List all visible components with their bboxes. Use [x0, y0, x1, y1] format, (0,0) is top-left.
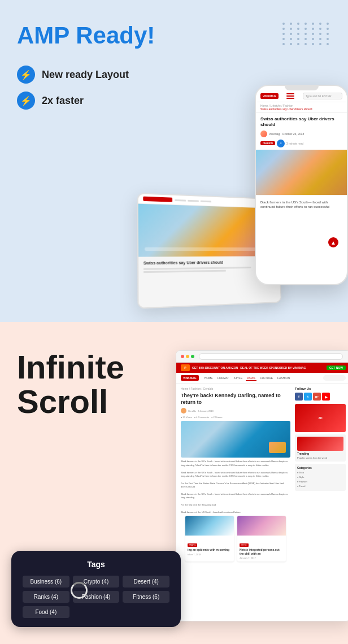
infinite-title: Infinite Scroll	[17, 350, 158, 419]
devices-container: Swiss authorities say Uber drivers shoul…	[139, 85, 348, 322]
article-date: October 26, 2018	[282, 132, 304, 136]
phone-logo: VINKMAG	[260, 93, 279, 99]
dot-decoration: (function() { const dg = document.queryS…	[282, 23, 331, 45]
article-stats: ● 23 Views ● 4 Comments ● 2 Shares	[181, 416, 290, 419]
promo-cta-button[interactable]: GET NOW	[327, 365, 346, 370]
article-heading: They're back! Kennedy Darling, named to …	[181, 393, 290, 406]
promo-icon: P	[181, 364, 190, 371]
lightning-icon-1: ⚡	[17, 66, 35, 84]
browser-body: P GET 50% DISCOUNT ON AMAZON DEAL OF THE…	[176, 363, 348, 620]
sidebar-categories-list: ● Tech ● Style ● Fashion ● Travel	[297, 471, 343, 489]
browser-minimize-dot	[186, 355, 189, 358]
amp-section: (function() { const dg = document.queryS…	[0, 0, 348, 322]
googleplus-icon[interactable]: g+	[313, 393, 321, 401]
author-name: Vinkmag	[269, 132, 280, 136]
card-image-2	[237, 516, 286, 536]
infinite-section: Infinite Scroll P GET 50% DISCOUNT ON AM…	[0, 322, 348, 644]
twitter-icon[interactable]: t	[304, 393, 312, 401]
sidebar-thumb-1	[297, 437, 343, 451]
tags-title: Tags	[23, 560, 169, 569]
card-date-2: January 7, 2017	[240, 556, 284, 559]
lightning-icon-2: ⚡	[17, 92, 35, 110]
promo-banner: P GET 50% DISCOUNT ON AMAZON DEAL OF THE…	[176, 363, 348, 373]
phone-notch	[285, 86, 319, 90]
article-sidebar: Follow Us f t g+ ▶ AD Trending Popular s…	[295, 387, 346, 565]
article-date: 3 January 2018	[198, 410, 214, 412]
card-tag-2[interactable]: STYLE	[240, 543, 249, 547]
nav-paris[interactable]: PARIS	[246, 376, 256, 381]
browser-chrome	[176, 351, 348, 363]
browser-mockup: P GET 50% DISCOUNT ON AMAZON DEAL OF THE…	[176, 350, 348, 621]
social-icons: f t g+ ▶	[295, 393, 346, 401]
stat-comments: ● 4 Comments	[194, 416, 209, 419]
article-area: Home / Fashion / Geraldo They're back! K…	[176, 384, 348, 568]
phone-fashion-tag[interactable]: FASHION	[260, 141, 275, 145]
site-logo[interactable]: VINKMAG	[181, 375, 199, 381]
feature-label-2: 2x faster	[42, 95, 84, 107]
phone-read-time: 3 minute read	[286, 142, 304, 145]
stat-views: ● 23 Views	[181, 416, 192, 419]
phone-share-icon[interactable]: ↗	[277, 140, 285, 147]
phone-screen: VINKMAG Type and hit ENTER Home / Lifest…	[256, 90, 347, 284]
card-tag-1[interactable]: TRAVEL	[188, 543, 197, 547]
nav-fashion[interactable]: FASHION	[276, 376, 291, 381]
article-author: Geraldo	[188, 410, 196, 412]
sidebar-card-title-1: Trending	[297, 452, 343, 455]
phone-author-avatar	[260, 130, 267, 137]
browser-url-bar[interactable]	[199, 353, 343, 360]
article-card-2: STYLE Netcix integrated persona out the …	[237, 516, 286, 562]
article-card-1: TRAVEL ing an epidemic with m coming tob…	[185, 516, 234, 562]
card-title-1: ing an epidemic with m coming	[188, 548, 232, 552]
loading-spinner	[71, 582, 88, 599]
card-image-1	[185, 516, 234, 536]
nav-home[interactable]: HOME	[203, 376, 214, 381]
phone-hero-image	[256, 150, 347, 195]
sidebar-categories-title: Categories	[297, 466, 343, 469]
browser-maximize-dot	[191, 355, 194, 358]
phone-bottom-text: Black farmers in the US's South— faced w…	[256, 195, 347, 212]
article-main: Home / Fashion / Geraldo They're back! K…	[181, 387, 290, 565]
article-cards: TRAVEL ing an epidemic with m coming tob…	[181, 516, 290, 562]
breadcrumb-active: Swiss authorities say Uber drivers shoul…	[260, 107, 312, 111]
promo-text: GET 50% DISCOUNT ON AMAZON	[192, 366, 238, 369]
feature-item-layout: ⚡ New ready Layout	[17, 66, 331, 84]
article-avatar	[181, 408, 186, 414]
nav-culture[interactable]: CULTURE	[259, 376, 274, 381]
phone-search-bar[interactable]: Type and hit ENTER	[303, 93, 342, 99]
tag-item[interactable]: Food (4)	[23, 606, 69, 618]
browser-close-dot	[181, 355, 184, 358]
stat-shares: ● 2 Shares	[211, 416, 223, 419]
site-nav: VINKMAG HOME FORMAT STYLE PARIS CULTURE …	[176, 373, 348, 384]
nav-style[interactable]: STYLE	[232, 376, 243, 381]
menu-icon[interactable]	[286, 93, 294, 99]
phone-mockup: VINKMAG Type and hit ENTER Home / Lifest…	[255, 85, 348, 285]
sidebar-ad-banner: AD	[295, 404, 346, 432]
card-title-2: Netcix integrated persona out the chill …	[240, 548, 284, 555]
sidebar-card-text-1: Popular stories from the week	[297, 456, 343, 459]
scroll-up-button[interactable]: ▲	[328, 237, 338, 247]
sidebar-card-2: Categories ● Tech ● Style ● Fashion ● Tr…	[295, 464, 346, 491]
site-search-bar[interactable]	[323, 375, 346, 381]
phone-header: VINKMAG Type and hit ENTER	[256, 90, 347, 102]
youtube-icon[interactable]: ▶	[322, 393, 330, 401]
article-body: Black farmers in the US's South - faced …	[181, 460, 290, 514]
feature-label-1: New ready Layout	[42, 69, 129, 81]
sidebar-card-1: Trending Popular stories from the week	[295, 434, 346, 462]
card-date-1: tober 7, 2018	[188, 553, 232, 556]
article-meta: Geraldo 3 January 2018	[181, 408, 290, 414]
article-hero-image	[181, 421, 290, 458]
site-nav-links: HOME FORMAT STYLE PARIS CULTURE FASHION	[203, 376, 291, 381]
article-breadcrumb: Home / Fashion / Geraldo	[181, 387, 290, 390]
infinite-scroll-spinner	[28, 582, 130, 599]
phone-author-info: Vinkmag October 26, 2018	[269, 132, 304, 136]
phone-author-row: Vinkmag October 26, 2018	[256, 130, 347, 140]
facebook-icon[interactable]: f	[295, 393, 303, 401]
promo-sub: DEAL OF THE WEEK SPONSORED BY VINKMAG	[240, 366, 306, 369]
phone-breadcrumb: Home / Lifestyle / Fashion Swiss authori…	[256, 102, 347, 113]
nav-format[interactable]: FORMAT	[216, 376, 230, 381]
phone-tags-row: FASHION ↗ 3 minute read	[256, 140, 347, 150]
phone-article-title: Swiss authorities say Uber drivers shoul…	[256, 113, 347, 130]
sidebar-follow-title: Follow Us	[295, 387, 346, 390]
